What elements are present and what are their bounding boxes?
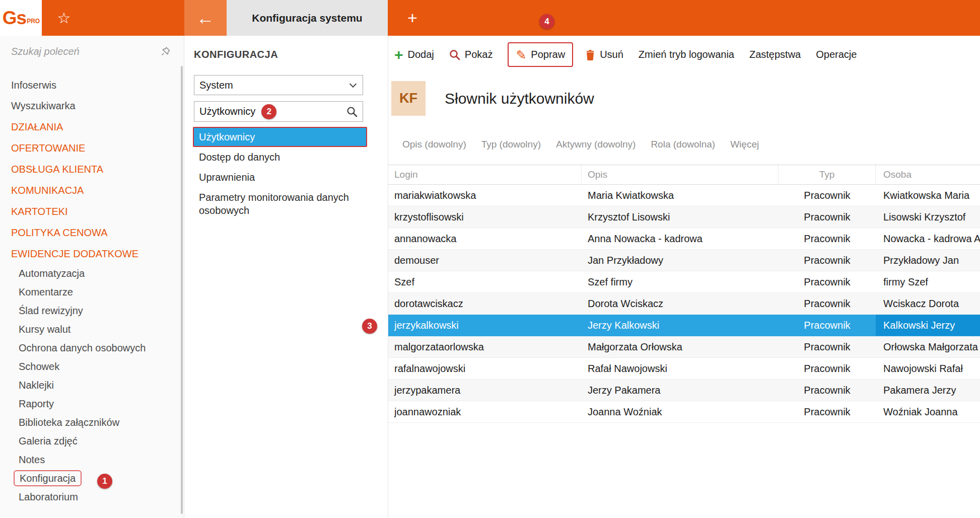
sidebar-item-slad-rewizyjny[interactable]: Ślad rewizyjny — [0, 302, 184, 320]
config-category-select[interactable]: System — [194, 75, 363, 95]
cell-opis[interactable]: Jerzy Kalkowski — [582, 315, 779, 336]
cell-login[interactable]: malgorzataorlowska — [388, 336, 582, 357]
filter-opis[interactable]: Opis (dowolny) — [402, 139, 466, 150]
column-header-login[interactable]: Login — [388, 165, 582, 184]
sidebar-item-ewidencje-dodatkowe[interactable]: EWIDENCJE DODATKOWE — [0, 243, 184, 264]
cell-opis[interactable]: Anna Nowacka - kadrowa — [582, 228, 779, 249]
substitutions-button[interactable]: Zastępstwa — [749, 49, 801, 60]
sidebar-item-ofertowanie[interactable]: OFERTOWANIE — [0, 137, 184, 159]
cell-opis[interactable]: Jan Przykładowy — [582, 250, 779, 271]
filter-typ[interactable]: Typ (dowolny) — [481, 139, 541, 150]
cell-opis[interactable]: Szef firmy — [582, 271, 779, 292]
sidebar-item-automatyzacja[interactable]: Automatyzacja — [0, 264, 184, 283]
table-row[interactable]: krzystoflisowski Krzysztof Lisowski Prac… — [388, 206, 980, 228]
cell-opis[interactable]: Jerzy Pakamera — [582, 380, 779, 401]
show-button[interactable]: Pokaż — [449, 49, 493, 60]
filter-wiecej[interactable]: Więcej — [730, 139, 759, 150]
config-search-input[interactable]: Użytkownicy 2 — [194, 101, 363, 122]
cell-typ[interactable]: Pracownik — [779, 336, 876, 357]
cell-osoba[interactable]: Kwiatkowska Maria — [876, 185, 980, 206]
cell-login[interactable]: rafalnawojowski — [388, 358, 582, 379]
back-arrow-icon[interactable]: ← — [184, 0, 227, 36]
sidebar-item-konfiguracja[interactable]: Konfiguracja — [0, 469, 184, 488]
table-row[interactable]: rafalnawojowski Rafał Nawojowski Pracown… — [388, 358, 980, 380]
cell-typ[interactable]: Pracownik — [779, 250, 876, 271]
cell-typ[interactable]: Pracownik — [779, 185, 876, 206]
sidebar-item-kursy-walut[interactable]: Kursy walut — [0, 320, 184, 339]
pin-icon[interactable] — [161, 46, 171, 56]
edit-button[interactable]: ✎ Popraw — [508, 42, 573, 67]
cell-osoba[interactable]: Wciskacz Dorota — [876, 293, 980, 314]
cell-typ[interactable]: Pracownik — [779, 315, 876, 336]
column-header-opis[interactable]: Opis — [582, 165, 779, 184]
cell-opis[interactable]: Joanna Woźniak — [582, 401, 779, 422]
operations-button[interactable]: Operacje — [816, 49, 857, 60]
cell-opis[interactable]: Maria Kwiatkowska — [582, 185, 779, 206]
cell-login[interactable]: jerzykalkowski — [388, 315, 582, 336]
cell-typ[interactable]: Pracownik — [779, 206, 876, 228]
sidebar-item-wyszukiwarka[interactable]: Wyszukiwarka — [0, 96, 184, 116]
sidebar-item-kartoteki[interactable]: KARTOTEKI — [0, 201, 184, 222]
cell-login[interactable]: mariakwiatkowska — [388, 185, 582, 206]
cell-typ[interactable]: Pracownik — [779, 228, 876, 249]
config-item-uzytkownicy[interactable]: Użytkownicy — [193, 127, 367, 147]
cell-typ[interactable]: Pracownik — [779, 271, 876, 292]
cell-login[interactable]: krzystoflisowski — [388, 206, 582, 228]
delete-button[interactable]: Usuń — [585, 49, 623, 60]
sidebar-search-input[interactable]: Szukaj poleceń — [0, 36, 184, 67]
sidebar-item-komentarze[interactable]: Komentarze — [0, 283, 184, 302]
tab-konfiguracja-systemu[interactable]: Konfiguracja systemu — [227, 0, 388, 36]
cell-osoba[interactable]: Pakamera Jerzy — [876, 380, 980, 401]
sidebar-item-raporty[interactable]: Raporty — [0, 395, 184, 413]
sidebar-item-biblioteka-zalacznikow[interactable]: Biblioteka załączników — [0, 413, 184, 432]
sidebar-item-dzialania[interactable]: DZIAŁANIA — [0, 116, 184, 137]
cell-login[interactable]: demouser — [388, 250, 582, 271]
column-header-typ[interactable]: Typ — [779, 165, 876, 184]
column-header-osoba[interactable]: Osoba — [876, 165, 980, 184]
cell-osoba[interactable]: Kalkowski Jerzy — [876, 315, 980, 336]
table-row[interactable]: dorotawciskacz Dorota Wciskacz Pracownik… — [388, 293, 980, 315]
sidebar-item-komunikacja[interactable]: KOMUNIKACJA — [0, 180, 184, 201]
table-row[interactable]: malgorzataorlowska Małgorzata Orłowska P… — [388, 336, 980, 358]
cell-osoba[interactable]: Orłowska Małgorzata — [876, 336, 980, 357]
config-item-dostep-do-danych[interactable]: Dostęp do danych — [193, 147, 367, 167]
table-row[interactable]: jerzypakamera Jerzy Pakamera Pracownik P… — [388, 380, 980, 401]
cell-typ[interactable]: Pracownik — [779, 401, 876, 422]
sidebar-item-obsluga-klienta[interactable]: OBSŁUGA KLIENTA — [0, 159, 184, 180]
cell-typ[interactable]: Pracownik — [779, 358, 876, 379]
cell-opis[interactable]: Krzysztof Lisowski — [582, 206, 779, 228]
config-item-uprawnienia[interactable]: Uprawnienia — [193, 167, 367, 187]
sidebar-item-polityka-cenowa[interactable]: POLITYKA CENOWA — [0, 222, 184, 243]
sidebar-item-ochrona-danych[interactable]: Ochrona danych osobowych — [0, 339, 184, 357]
table-row-selected[interactable]: jerzykalkowski Jerzy Kalkowski Pracownik… — [388, 315, 980, 336]
cell-login[interactable]: joannawozniak — [388, 401, 582, 422]
search-icon[interactable] — [346, 106, 358, 117]
filter-rola[interactable]: Rola (dowolna) — [651, 139, 715, 150]
cell-opis[interactable]: Małgorzata Orłowska — [582, 336, 779, 357]
sidebar-item-laboratorium[interactable]: Laboratorium — [0, 488, 184, 506]
sidebar-item-galeria-zdjec[interactable]: Galeria zdjęć — [0, 432, 184, 451]
config-item-parametry-monitorowania[interactable]: Parametry monitorowania danych osobowych — [193, 187, 367, 220]
table-row[interactable]: joannawozniak Joanna Woźniak Pracownik W… — [388, 401, 980, 423]
table-row[interactable]: Szef Szef firmy Pracownik firmy Szef — [388, 271, 980, 293]
cell-osoba[interactable]: Przykładowy Jan — [876, 250, 980, 271]
cell-typ[interactable]: Pracownik — [779, 380, 876, 401]
sidebar-item-infoserwis[interactable]: Infoserwis — [0, 75, 184, 96]
change-login-mode-button[interactable]: Zmień tryb logowania — [639, 49, 734, 60]
cell-opis[interactable]: Dorota Wciskacz — [582, 293, 779, 314]
cell-osoba[interactable]: Nawojowski Rafał — [876, 358, 980, 379]
new-tab-button[interactable]: + — [397, 0, 428, 36]
cell-opis[interactable]: Rafał Nawojowski — [582, 358, 779, 379]
table-row[interactable]: annanowacka Anna Nowacka - kadrowa Praco… — [388, 228, 980, 250]
cell-osoba[interactable]: firmy Szef — [876, 271, 980, 292]
table-row[interactable]: mariakwiatkowska Maria Kwiatkowska Praco… — [388, 185, 980, 206]
sidebar-item-konfiguracja-label[interactable]: Konfiguracja — [14, 470, 82, 486]
add-button[interactable]: + Dodaj — [394, 49, 434, 60]
cell-typ[interactable]: Pracownik — [779, 293, 876, 314]
cell-login[interactable]: jerzypakamera — [388, 380, 582, 401]
sidebar-scrollbar[interactable] — [181, 66, 183, 514]
sidebar-item-schowek[interactable]: Schowek — [0, 357, 184, 376]
cell-login[interactable]: annanowacka — [388, 228, 582, 249]
cell-osoba[interactable]: Woźniak Joanna — [876, 401, 980, 422]
cell-login[interactable]: dorotawciskacz — [388, 293, 582, 314]
